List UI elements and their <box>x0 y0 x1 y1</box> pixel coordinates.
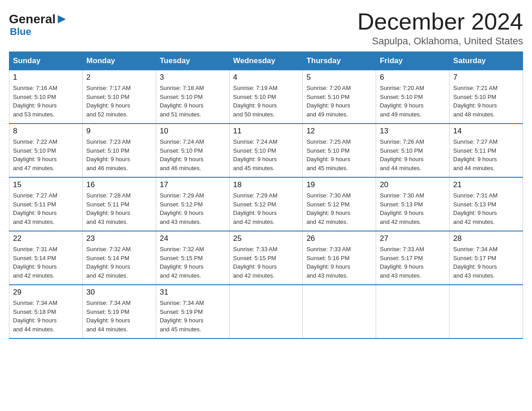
calendar-cell: 10Sunrise: 7:24 AM Sunset: 5:10 PM Dayli… <box>156 124 229 177</box>
day-number: 6 <box>380 73 446 82</box>
calendar-cell: 23Sunrise: 7:32 AM Sunset: 5:14 PM Dayli… <box>82 231 156 285</box>
calendar-cell: 1Sunrise: 7:16 AM Sunset: 5:10 PM Daylig… <box>9 70 83 124</box>
calendar-cell: 22Sunrise: 7:31 AM Sunset: 5:14 PM Dayli… <box>9 231 83 285</box>
day-number: 23 <box>86 234 152 243</box>
day-number: 12 <box>306 127 372 136</box>
day-number: 10 <box>160 127 226 136</box>
calendar-header-row: SundayMondayTuesdayWednesdayThursdayFrid… <box>9 52 523 70</box>
day-number: 4 <box>233 73 299 82</box>
calendar-cell: 31Sunrise: 7:34 AM Sunset: 5:19 PM Dayli… <box>156 285 229 338</box>
day-number: 14 <box>453 127 519 136</box>
logo-blue-text: Blue <box>10 26 31 37</box>
day-number: 15 <box>13 180 79 189</box>
calendar-cell <box>450 285 523 338</box>
day-info: Sunrise: 7:20 AM Sunset: 5:10 PM Dayligh… <box>380 84 446 119</box>
calendar-cell: 15Sunrise: 7:27 AM Sunset: 5:11 PM Dayli… <box>9 177 83 231</box>
day-info: Sunrise: 7:33 AM Sunset: 5:15 PM Dayligh… <box>233 245 299 280</box>
calendar-cell: 5Sunrise: 7:20 AM Sunset: 5:10 PM Daylig… <box>303 70 376 124</box>
day-number: 28 <box>453 234 519 243</box>
day-number: 30 <box>86 288 152 297</box>
title-block: December 2024 Sapulpa, Oklahoma, United … <box>357 9 523 47</box>
week-row-4: 22Sunrise: 7:31 AM Sunset: 5:14 PM Dayli… <box>9 231 523 285</box>
day-header-wednesday: Wednesday <box>229 52 303 70</box>
day-info: Sunrise: 7:34 AM Sunset: 5:18 PM Dayligh… <box>13 299 79 334</box>
day-info: Sunrise: 7:27 AM Sunset: 5:11 PM Dayligh… <box>13 191 79 226</box>
day-info: Sunrise: 7:33 AM Sunset: 5:17 PM Dayligh… <box>380 245 446 280</box>
calendar-cell: 11Sunrise: 7:24 AM Sunset: 5:10 PM Dayli… <box>229 124 303 177</box>
day-number: 8 <box>13 127 79 136</box>
day-number: 13 <box>380 127 446 136</box>
day-number: 5 <box>306 73 372 82</box>
day-number: 17 <box>160 180 226 189</box>
calendar-cell: 14Sunrise: 7:27 AM Sunset: 5:11 PM Dayli… <box>450 124 523 177</box>
page-header: General Blue December 2024 Sapulpa, Okla… <box>9 9 523 47</box>
day-number: 24 <box>160 234 226 243</box>
day-info: Sunrise: 7:30 AM Sunset: 5:13 PM Dayligh… <box>380 191 446 226</box>
week-row-1: 1Sunrise: 7:16 AM Sunset: 5:10 PM Daylig… <box>9 70 523 124</box>
calendar-title: December 2024 <box>357 9 523 34</box>
calendar-cell: 12Sunrise: 7:25 AM Sunset: 5:10 PM Dayli… <box>303 124 376 177</box>
day-info: Sunrise: 7:29 AM Sunset: 5:12 PM Dayligh… <box>160 191 226 226</box>
calendar-cell: 29Sunrise: 7:34 AM Sunset: 5:18 PM Dayli… <box>9 285 83 338</box>
day-number: 27 <box>380 234 446 243</box>
day-number: 16 <box>86 180 152 189</box>
day-info: Sunrise: 7:34 AM Sunset: 5:17 PM Dayligh… <box>453 245 519 280</box>
day-info: Sunrise: 7:28 AM Sunset: 5:11 PM Dayligh… <box>86 191 152 226</box>
day-number: 20 <box>380 180 446 189</box>
calendar-cell <box>303 285 376 338</box>
calendar-cell: 16Sunrise: 7:28 AM Sunset: 5:11 PM Dayli… <box>82 177 156 231</box>
day-header-saturday: Saturday <box>450 52 523 70</box>
day-number: 11 <box>233 127 299 136</box>
day-info: Sunrise: 7:31 AM Sunset: 5:13 PM Dayligh… <box>453 191 519 226</box>
calendar-table: SundayMondayTuesdayWednesdayThursdayFrid… <box>9 51 523 339</box>
day-info: Sunrise: 7:19 AM Sunset: 5:10 PM Dayligh… <box>233 84 299 119</box>
calendar-cell: 19Sunrise: 7:30 AM Sunset: 5:12 PM Dayli… <box>303 177 376 231</box>
day-number: 9 <box>86 127 152 136</box>
day-number: 31 <box>160 288 226 297</box>
day-info: Sunrise: 7:34 AM Sunset: 5:19 PM Dayligh… <box>86 299 152 334</box>
day-info: Sunrise: 7:32 AM Sunset: 5:15 PM Dayligh… <box>160 245 226 280</box>
calendar-cell: 13Sunrise: 7:26 AM Sunset: 5:10 PM Dayli… <box>376 124 450 177</box>
day-info: Sunrise: 7:29 AM Sunset: 5:12 PM Dayligh… <box>233 191 299 226</box>
calendar-cell: 20Sunrise: 7:30 AM Sunset: 5:13 PM Dayli… <box>376 177 450 231</box>
calendar-cell: 24Sunrise: 7:32 AM Sunset: 5:15 PM Dayli… <box>156 231 229 285</box>
calendar-cell <box>376 285 450 338</box>
calendar-cell: 28Sunrise: 7:34 AM Sunset: 5:17 PM Dayli… <box>450 231 523 285</box>
calendar-subtitle: Sapulpa, Oklahoma, United States <box>357 35 523 47</box>
day-info: Sunrise: 7:25 AM Sunset: 5:10 PM Dayligh… <box>306 137 372 172</box>
day-info: Sunrise: 7:21 AM Sunset: 5:10 PM Dayligh… <box>453 84 519 119</box>
calendar-cell: 17Sunrise: 7:29 AM Sunset: 5:12 PM Dayli… <box>156 177 229 231</box>
logo-arrow-icon <box>57 14 67 24</box>
day-info: Sunrise: 7:33 AM Sunset: 5:16 PM Dayligh… <box>306 245 372 280</box>
calendar-cell: 4Sunrise: 7:19 AM Sunset: 5:10 PM Daylig… <box>229 70 303 124</box>
week-row-3: 15Sunrise: 7:27 AM Sunset: 5:11 PM Dayli… <box>9 177 523 231</box>
calendar-cell: 30Sunrise: 7:34 AM Sunset: 5:19 PM Dayli… <box>82 285 156 338</box>
day-info: Sunrise: 7:34 AM Sunset: 5:19 PM Dayligh… <box>160 299 226 334</box>
day-number: 7 <box>453 73 519 82</box>
day-info: Sunrise: 7:22 AM Sunset: 5:10 PM Dayligh… <box>13 137 79 172</box>
day-info: Sunrise: 7:18 AM Sunset: 5:10 PM Dayligh… <box>160 84 226 119</box>
day-info: Sunrise: 7:31 AM Sunset: 5:14 PM Dayligh… <box>13 245 79 280</box>
calendar-cell: 21Sunrise: 7:31 AM Sunset: 5:13 PM Dayli… <box>450 177 523 231</box>
svg-marker-0 <box>58 15 66 23</box>
day-info: Sunrise: 7:27 AM Sunset: 5:11 PM Dayligh… <box>453 137 519 172</box>
day-number: 26 <box>306 234 372 243</box>
day-header-tuesday: Tuesday <box>156 52 229 70</box>
calendar-cell: 2Sunrise: 7:17 AM Sunset: 5:10 PM Daylig… <box>82 70 156 124</box>
day-info: Sunrise: 7:24 AM Sunset: 5:10 PM Dayligh… <box>233 137 299 172</box>
day-number: 22 <box>13 234 79 243</box>
day-number: 3 <box>160 73 226 82</box>
calendar-cell: 7Sunrise: 7:21 AM Sunset: 5:10 PM Daylig… <box>450 70 523 124</box>
day-number: 19 <box>306 180 372 189</box>
day-info: Sunrise: 7:30 AM Sunset: 5:12 PM Dayligh… <box>306 191 372 226</box>
calendar-cell: 6Sunrise: 7:20 AM Sunset: 5:10 PM Daylig… <box>376 70 450 124</box>
calendar-cell: 25Sunrise: 7:33 AM Sunset: 5:15 PM Dayli… <box>229 231 303 285</box>
calendar-cell: 3Sunrise: 7:18 AM Sunset: 5:10 PM Daylig… <box>156 70 229 124</box>
calendar-cell: 27Sunrise: 7:33 AM Sunset: 5:17 PM Dayli… <box>376 231 450 285</box>
day-header-friday: Friday <box>376 52 450 70</box>
logo: General Blue <box>9 9 67 38</box>
day-header-thursday: Thursday <box>303 52 376 70</box>
calendar-cell: 26Sunrise: 7:33 AM Sunset: 5:16 PM Dayli… <box>303 231 376 285</box>
day-header-monday: Monday <box>82 52 156 70</box>
day-info: Sunrise: 7:17 AM Sunset: 5:10 PM Dayligh… <box>86 84 152 119</box>
